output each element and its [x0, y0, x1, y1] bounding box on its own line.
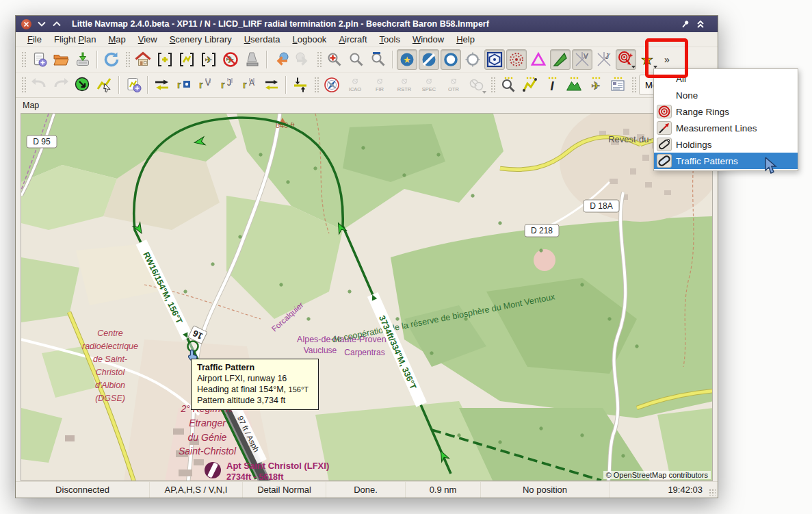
toolbar-handle[interactable] [21, 51, 26, 68]
menu-map[interactable]: Map [102, 33, 131, 46]
toolbar-handle[interactable] [313, 76, 319, 94]
calc-jet-icon: rJ [219, 76, 237, 94]
menu-item-measurement-lines[interactable]: Measurement Lines [654, 120, 798, 136]
zoom-last-button[interactable] [368, 49, 389, 70]
show-ndb-button[interactable] [506, 49, 527, 70]
svg-text:★: ★ [403, 55, 411, 65]
map-home-button[interactable] [133, 49, 153, 70]
close-icon [21, 19, 31, 29]
calc-auto-button[interactable]: rA [239, 75, 260, 95]
adjust-altitude-button[interactable] [290, 75, 311, 95]
zoom-out-icon [348, 51, 365, 68]
svg-text:de Saint-: de Saint- [93, 355, 127, 364]
calc-jet-button[interactable]: rJ [218, 75, 238, 95]
toolbar-handle[interactable] [125, 51, 130, 68]
svg-text:d'Albion: d'Albion [95, 381, 125, 390]
calc-victor-icon: rV [197, 76, 215, 94]
resize-grip[interactable] [709, 489, 716, 496]
show-hard-airports-button[interactable]: ★ [397, 49, 417, 70]
toolbar-handle[interactable] [631, 76, 636, 94]
toolbar-handle[interactable] [490, 76, 495, 94]
search-dialog-button[interactable] [498, 75, 519, 95]
home-icon [134, 51, 152, 68]
fit-flightplan-icon [74, 76, 92, 94]
map-back-button[interactable] [271, 49, 291, 70]
menu-aircraft[interactable]: Aircraft [332, 33, 373, 46]
menu-help[interactable]: Help [450, 33, 481, 46]
menu-flight-plan[interactable]: Flight Plan [48, 33, 102, 46]
menu-userdata[interactable]: Userdata [238, 33, 287, 46]
user-features-menu: AllNoneRange RingsMeasurement LinesHoldi… [653, 68, 798, 171]
open-flightplan-button[interactable] [51, 49, 71, 70]
show-unmarked-airports-button[interactable] [462, 49, 483, 70]
show-waypoints-button[interactable] [528, 49, 549, 70]
svg-text:D 218: D 218 [531, 226, 553, 235]
toolbar-handle[interactable] [21, 76, 26, 94]
show-soft-airports-button[interactable] [419, 49, 439, 70]
menu-item-none[interactable]: None [654, 87, 798, 103]
refresh-icon [103, 51, 120, 68]
elevation-profile-dialog-button[interactable] [564, 75, 584, 95]
menu-logbook[interactable]: Logbook [286, 33, 332, 46]
svg-text:r: r [177, 79, 181, 90]
svg-text:Centre: Centre [97, 329, 123, 338]
show-ils-button[interactable] [550, 49, 571, 70]
add-flightplan-position-button[interactable] [123, 75, 144, 95]
svg-text:Saint-Christol: Saint-Christol [179, 446, 237, 457]
user-features-button[interactable] [616, 49, 636, 70]
menu-tools[interactable]: Tools [374, 33, 406, 46]
show-victor-airways-button[interactable]: V [572, 49, 592, 70]
center-flightplan-button[interactable] [155, 49, 175, 70]
info-dialog-icon: I [543, 76, 561, 94]
menu-window[interactable]: Window [406, 33, 450, 46]
maximize-button[interactable] [51, 19, 62, 29]
zoom-in-button[interactable] [324, 49, 345, 70]
road-badge-d218: D 218 [525, 224, 559, 237]
menu-scenery-library[interactable]: Scenery Library [163, 33, 238, 46]
add-flightplan-icon [125, 76, 142, 94]
minimize-button[interactable] [36, 19, 47, 29]
close-button[interactable] [21, 19, 31, 29]
menu-file[interactable]: File [21, 33, 48, 46]
calc-victor-button[interactable]: rV [196, 75, 216, 95]
information-dialog-button[interactable]: I [542, 75, 562, 95]
show-empty-airports-button[interactable] [441, 49, 461, 70]
show-jet-airways-button[interactable]: J [594, 49, 614, 70]
menu-item-holdings[interactable]: Holdings [654, 136, 798, 153]
menu-icon-spacer [657, 88, 672, 102]
compass-rose-button[interactable] [322, 75, 342, 95]
toolbar-handle[interactable] [316, 51, 322, 68]
range-rings-icon [657, 105, 671, 118]
aircraft-centering-off-button[interactable]: ✈ [220, 49, 241, 70]
flightplan-dialog-button[interactable] [520, 75, 540, 95]
map-view[interactable]: 840 ft Revest-du- Alpes-de-Haute-Provenc… [21, 113, 713, 481]
legend-dialog-button[interactable] [607, 75, 628, 95]
aircraft-progress-icon: ✈ [587, 76, 605, 94]
calc-radionav-button[interactable]: r [174, 75, 194, 95]
show-approach-button[interactable] [242, 49, 263, 70]
reverse-flightplan-button[interactable] [261, 75, 282, 95]
reload-scenery-button[interactable] [101, 49, 122, 70]
new-flightplan-button[interactable] [29, 49, 49, 70]
show-flightplan-button[interactable] [176, 49, 197, 70]
unroll-icon[interactable] [696, 19, 705, 29]
airport-symbol[interactable] [205, 462, 221, 478]
show-vor-button[interactable] [484, 49, 505, 70]
airspace-otr-button: OTR [442, 74, 465, 96]
flightplan-dialog-icon [521, 76, 539, 94]
pin-icon[interactable] [681, 19, 690, 29]
save-flightplan-button[interactable] [73, 49, 93, 70]
airport-hard-icon: ★ [398, 51, 416, 68]
main-window: Little Navmap 2.4.0.beta - XP11 / N - LI… [15, 15, 718, 498]
aircraft-progress-dialog-button[interactable]: ✈ [586, 75, 606, 95]
status-segment-3: Done. [326, 482, 406, 498]
fit-flightplan-button[interactable] [73, 75, 93, 95]
new-flightplan-icon [30, 51, 48, 68]
tooltip-line-altitude: Pattern altitude 3,734 ft [197, 395, 313, 406]
center-aircraft-button[interactable]: ✈ [198, 49, 219, 70]
calc-direct-button[interactable] [152, 75, 172, 95]
menu-item-range-rings[interactable]: Range Rings [654, 103, 798, 120]
menu-view[interactable]: View [132, 33, 163, 46]
zoom-out-button[interactable] [346, 49, 367, 70]
map-click-mode-button[interactable] [94, 75, 115, 95]
